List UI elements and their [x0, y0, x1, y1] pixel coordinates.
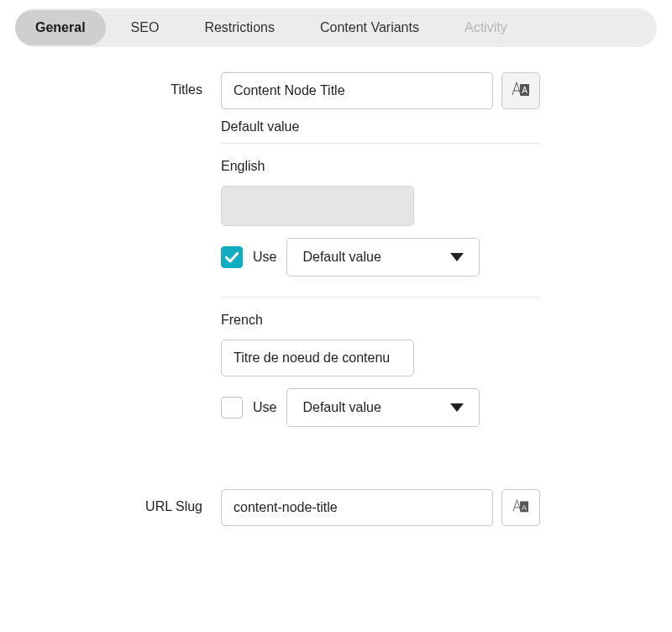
- locale-input-french[interactable]: [221, 340, 414, 377]
- locale-name: English: [221, 159, 540, 174]
- fallback-select-french[interactable]: Default value: [286, 388, 480, 427]
- use-label: Use: [253, 250, 276, 265]
- translate-icon: A: [512, 498, 529, 517]
- tab-general[interactable]: General: [15, 10, 106, 45]
- tab-activity: Activity: [444, 10, 528, 45]
- fallback-select-english[interactable]: Default value: [286, 238, 480, 276]
- url-slug-row: URL Slug A: [15, 489, 657, 526]
- locale-input-english: [221, 186, 414, 226]
- locale-name: French: [221, 313, 540, 328]
- use-label: Use: [253, 400, 276, 415]
- titles-default-input[interactable]: [221, 72, 493, 109]
- tab-restrictions[interactable]: Restrictions: [184, 10, 295, 45]
- url-slug-label: URL Slug: [15, 489, 221, 514]
- tab-content-variants[interactable]: Content Variants: [300, 10, 439, 45]
- locale-expand-button[interactable]: A: [501, 72, 540, 109]
- locale-block-english: English Use Default value: [221, 159, 540, 276]
- divider: [221, 297, 540, 298]
- chevron-down-icon: [450, 403, 464, 412]
- locale-block-french: French Use Default value: [221, 313, 540, 427]
- use-default-checkbox-english[interactable]: [221, 246, 243, 268]
- locale-expand-button-slug[interactable]: A: [501, 489, 540, 526]
- svg-text:A: A: [522, 86, 528, 95]
- select-text: Default value: [302, 400, 381, 415]
- titles-label: Titles: [15, 72, 221, 97]
- tab-bar: General SEO Restrictions Content Variant…: [15, 8, 657, 47]
- chevron-down-icon: [450, 253, 464, 261]
- titles-row: Titles A Default value English: [15, 72, 657, 472]
- check-icon: [225, 252, 239, 263]
- divider: [221, 143, 540, 144]
- default-value-caption: Default value: [221, 119, 540, 134]
- svg-text:A: A: [522, 503, 527, 512]
- use-default-checkbox-french[interactable]: [221, 397, 243, 419]
- tab-seo[interactable]: SEO: [111, 10, 180, 45]
- select-text: Default value: [302, 250, 381, 265]
- translate-icon: A: [512, 81, 530, 101]
- url-slug-input[interactable]: [221, 489, 493, 526]
